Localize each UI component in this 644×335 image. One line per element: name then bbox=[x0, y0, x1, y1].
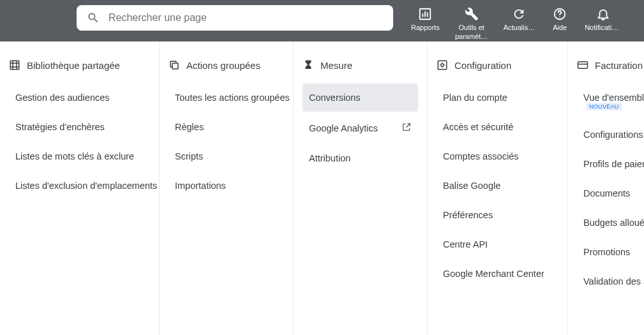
menu-api-center[interactable]: Centre API bbox=[437, 230, 558, 258]
menu-google-analytics[interactable]: Google Analytics bbox=[303, 113, 418, 143]
menu-attribution[interactable]: Attribution bbox=[303, 144, 418, 172]
menu-documents[interactable]: Documents bbox=[577, 179, 644, 207]
menu-account-budgets[interactable]: Budgets alloués a bbox=[577, 209, 644, 237]
col-header-measure: Mesure bbox=[303, 59, 418, 71]
toolbar-tools-label: Outils et paramèt… bbox=[453, 24, 491, 41]
toolbar-refresh-label: Actualis… bbox=[504, 24, 535, 33]
library-icon bbox=[9, 59, 20, 71]
col-title: Mesure bbox=[320, 60, 352, 71]
copy-icon bbox=[168, 59, 180, 71]
menu-linked-accounts[interactable]: Comptes associés bbox=[437, 142, 558, 170]
external-link-icon bbox=[396, 122, 412, 134]
topbar: Rapports Outils et paramèt… Actualis… Ai… bbox=[0, 0, 644, 41]
menu-bid-strategies[interactable]: Stratégies d'enchères bbox=[9, 113, 150, 141]
col-bulk-actions: Actions groupées Toutes les actions grou… bbox=[160, 41, 294, 335]
col-header-shared-library: Bibliothèque partagée bbox=[9, 59, 150, 71]
col-shared-library: Bibliothèque partagée Gestion des audien… bbox=[0, 41, 160, 335]
gear-icon bbox=[437, 59, 448, 71]
toolbar-reports-label: Rapports bbox=[411, 24, 440, 33]
menu-all-bulk-actions[interactable]: Toutes les actions groupées bbox=[168, 84, 284, 112]
menu-placement-exclusion-lists[interactable]: Listes d'exclusion d'emplacements bbox=[9, 172, 150, 200]
menu-access-security[interactable]: Accès et sécurité bbox=[437, 113, 558, 141]
search-box[interactable] bbox=[77, 5, 393, 31]
menu-rules[interactable]: Règles bbox=[168, 113, 284, 141]
bell-icon bbox=[596, 6, 610, 22]
col-title: Configuration bbox=[454, 60, 511, 71]
toolbar: Rapports Outils et paramèt… Actualis… Ai… bbox=[405, 5, 628, 41]
col-header-billing: Facturation bbox=[577, 59, 644, 71]
col-title: Bibliothèque partagée bbox=[27, 60, 120, 71]
menu-account-map[interactable]: Plan du compte bbox=[437, 84, 558, 112]
col-title: Facturation bbox=[595, 60, 643, 71]
col-billing: Facturation Vue d'ensemble d NOUVEAU Con… bbox=[568, 41, 644, 335]
toolbar-tools[interactable]: Outils et paramèt… bbox=[446, 5, 497, 41]
menu-billing-setups[interactable]: Configurations de bbox=[577, 121, 644, 149]
svg-rect-4 bbox=[172, 63, 178, 69]
toolbar-help-label: Aide bbox=[553, 24, 567, 33]
help-icon bbox=[553, 6, 567, 22]
svg-point-2 bbox=[559, 17, 560, 17]
bar-chart-icon bbox=[418, 6, 432, 22]
search-icon bbox=[87, 11, 100, 24]
toolbar-help[interactable]: Aide bbox=[541, 5, 578, 41]
menu-merchant-center[interactable]: Google Merchant Center bbox=[437, 260, 558, 288]
toolbar-notifications-label: Notifications bbox=[585, 24, 622, 33]
hourglass-icon bbox=[303, 59, 314, 71]
menu-advertiser-verification[interactable]: Validation des an bbox=[577, 267, 644, 295]
col-measure: Mesure Conversions Google Analytics Attr… bbox=[294, 41, 428, 335]
new-badge: NOUVEAU bbox=[586, 103, 622, 110]
svg-rect-7 bbox=[578, 62, 588, 69]
menu-conversions[interactable]: Conversions bbox=[303, 84, 418, 112]
menu-billing-overview[interactable]: Vue d'ensemble d NOUVEAU bbox=[577, 84, 644, 119]
wrench-icon bbox=[465, 6, 479, 22]
toolbar-reports[interactable]: Rapports bbox=[405, 5, 446, 41]
menu-scripts[interactable]: Scripts bbox=[168, 142, 284, 170]
col-header-configuration: Configuration bbox=[437, 59, 558, 71]
menu-preferences[interactable]: Préférences bbox=[437, 201, 558, 229]
col-header-bulk-actions: Actions groupées bbox=[168, 59, 284, 71]
toolbar-notifications[interactable]: Notifications bbox=[578, 5, 628, 41]
svg-rect-3 bbox=[10, 61, 19, 70]
toolbar-refresh[interactable]: Actualis… bbox=[497, 5, 542, 41]
svg-rect-5 bbox=[438, 61, 447, 70]
main-menu: Bibliothèque partagée Gestion des audien… bbox=[0, 41, 644, 335]
search-input[interactable] bbox=[109, 12, 383, 24]
menu-audience-management[interactable]: Gestion des audiences bbox=[9, 84, 150, 112]
menu-promotions[interactable]: Promotions bbox=[577, 238, 644, 266]
menu-payment-profiles[interactable]: Profils de paieme bbox=[577, 150, 644, 178]
refresh-icon bbox=[512, 6, 526, 22]
menu-negative-keyword-lists[interactable]: Listes de mots clés à exclure bbox=[9, 142, 150, 170]
menu-google-tag[interactable]: Balise Google bbox=[437, 172, 558, 200]
col-configuration: Configuration Plan du compte Accès et sé… bbox=[428, 41, 568, 335]
svg-point-6 bbox=[441, 64, 444, 67]
menu-uploads[interactable]: Importations bbox=[168, 172, 284, 200]
card-icon bbox=[577, 59, 588, 71]
col-title: Actions groupées bbox=[186, 60, 260, 71]
